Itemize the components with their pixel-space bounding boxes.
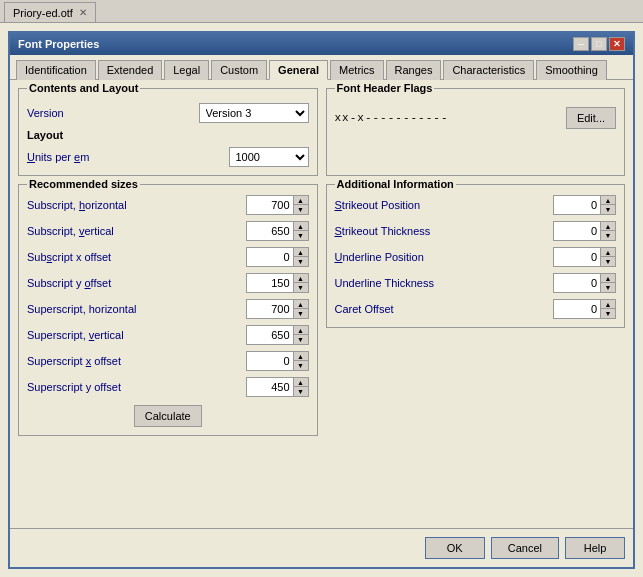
tab-smoothing[interactable]: Smoothing bbox=[536, 60, 607, 80]
contents-layout-label: Contents and Layout bbox=[27, 82, 140, 94]
subscript-x-up[interactable]: ▲ bbox=[294, 248, 308, 257]
subscript-v-up[interactable]: ▲ bbox=[294, 222, 308, 231]
strikeout-thick-spinbox: ▲▼ bbox=[553, 221, 616, 241]
additional-info-label: Additional Information bbox=[335, 178, 456, 190]
dialog-title-bar: Font Properties ─ □ ✕ bbox=[10, 33, 633, 55]
list-item: Strikeout Thickness ▲▼ bbox=[335, 221, 617, 241]
minimize-button[interactable]: ─ bbox=[573, 37, 589, 51]
superscript-h-up[interactable]: ▲ bbox=[294, 300, 308, 309]
superscript-v-input[interactable] bbox=[246, 325, 294, 345]
caret-offset-input[interactable] bbox=[553, 299, 601, 319]
strikeout-thick-up[interactable]: ▲ bbox=[601, 222, 615, 231]
caret-offset-down[interactable]: ▼ bbox=[601, 309, 615, 318]
ok-button[interactable]: OK bbox=[425, 537, 485, 559]
superscript-y-label: Superscript y offset bbox=[27, 381, 121, 393]
underline-pos-label: Underline Position bbox=[335, 251, 424, 263]
version-label: Version bbox=[27, 107, 64, 119]
underline-thick-input[interactable] bbox=[553, 273, 601, 293]
superscript-y-input[interactable] bbox=[246, 377, 294, 397]
subscript-x-input[interactable] bbox=[246, 247, 294, 267]
subscript-h-label: Subscript, horizontal bbox=[27, 199, 127, 211]
underline-pos-input[interactable] bbox=[553, 247, 601, 267]
subscript-v-input[interactable] bbox=[246, 221, 294, 241]
superscript-h-input[interactable] bbox=[246, 299, 294, 319]
tab-bar: Identification Extended Legal Custom Gen… bbox=[10, 55, 633, 80]
additional-info-group: Additional Information Strikeout Positio… bbox=[326, 184, 626, 328]
superscript-v-up[interactable]: ▲ bbox=[294, 326, 308, 335]
additional-info-col: Additional Information Strikeout Positio… bbox=[326, 184, 626, 520]
tab-custom[interactable]: Custom bbox=[211, 60, 267, 80]
tab-general[interactable]: General bbox=[269, 60, 328, 80]
strikeout-pos-up[interactable]: ▲ bbox=[601, 196, 615, 205]
superscript-x-label: Superscript x offset bbox=[27, 355, 121, 367]
tab-characteristics[interactable]: Characteristics bbox=[443, 60, 534, 80]
font-header-label: Font Header Flags bbox=[335, 82, 435, 94]
dialog-title-buttons: ─ □ ✕ bbox=[573, 37, 625, 51]
list-item: Strikeout Position ▲▼ bbox=[335, 195, 617, 215]
version-select[interactable]: Version 3 Version 4 bbox=[199, 103, 309, 123]
file-tab-close-icon[interactable]: ✕ bbox=[79, 7, 87, 18]
strikeout-thick-input[interactable] bbox=[553, 221, 601, 241]
file-tab[interactable]: Priory-ed.otf ✕ bbox=[4, 2, 96, 22]
strikeout-thick-label: Strikeout Thickness bbox=[335, 225, 431, 237]
tab-identification[interactable]: Identification bbox=[16, 60, 96, 80]
recommended-sizes-col: Recommended sizes Subscript, horizontal … bbox=[18, 184, 318, 520]
superscript-v-down[interactable]: ▼ bbox=[294, 335, 308, 344]
units-per-em-select[interactable]: 1000 2048 bbox=[229, 147, 309, 167]
subscript-h-spinbox: ▲▼ bbox=[246, 195, 309, 215]
subscript-y-input[interactable] bbox=[246, 273, 294, 293]
caret-offset-up[interactable]: ▲ bbox=[601, 300, 615, 309]
bottom-section: Recommended sizes Subscript, horizontal … bbox=[18, 184, 625, 520]
superscript-h-label: Superscript, horizontal bbox=[27, 303, 136, 315]
units-per-em-label: Units per em bbox=[27, 151, 89, 163]
edit-flags-button[interactable]: Edit... bbox=[566, 107, 616, 129]
dialog-title-text: Font Properties bbox=[18, 38, 99, 50]
dialog-buttons: OK Cancel Help bbox=[10, 528, 633, 567]
help-button[interactable]: Help bbox=[565, 537, 625, 559]
subscript-h-up[interactable]: ▲ bbox=[294, 196, 308, 205]
strikeout-pos-down[interactable]: ▼ bbox=[601, 205, 615, 214]
calculate-button[interactable]: Calculate bbox=[134, 405, 202, 427]
superscript-y-up[interactable]: ▲ bbox=[294, 378, 308, 387]
tab-legal[interactable]: Legal bbox=[164, 60, 209, 80]
list-item: Superscript, vertical ▲▼ bbox=[27, 325, 309, 345]
superscript-x-up[interactable]: ▲ bbox=[294, 352, 308, 361]
font-properties-dialog: Font Properties ─ □ ✕ Identification Ext… bbox=[8, 31, 635, 569]
recommended-sizes-group: Recommended sizes Subscript, horizontal … bbox=[18, 184, 318, 436]
subscript-h-down[interactable]: ▼ bbox=[294, 205, 308, 214]
underline-pos-spinbox: ▲▼ bbox=[553, 247, 616, 267]
underline-pos-down[interactable]: ▼ bbox=[601, 257, 615, 266]
underline-pos-up[interactable]: ▲ bbox=[601, 248, 615, 257]
tab-content: Contents and Layout Version Version 3 Ve… bbox=[10, 80, 633, 528]
tab-ranges[interactable]: Ranges bbox=[386, 60, 442, 80]
list-item: Subscript x offset ▲▼ bbox=[27, 247, 309, 267]
strikeout-pos-input[interactable] bbox=[553, 195, 601, 215]
subscript-x-label: Subscript x offset bbox=[27, 251, 111, 263]
list-item: Subscript, vertical ▲▼ bbox=[27, 221, 309, 241]
subscript-y-down[interactable]: ▼ bbox=[294, 283, 308, 292]
subscript-y-up[interactable]: ▲ bbox=[294, 274, 308, 283]
subscript-x-down[interactable]: ▼ bbox=[294, 257, 308, 266]
list-item: Superscript, horizontal ▲▼ bbox=[27, 299, 309, 319]
list-item: Subscript, horizontal ▲▼ bbox=[27, 195, 309, 215]
caret-offset-spinbox: ▲▼ bbox=[553, 299, 616, 319]
subscript-x-spinbox: ▲▼ bbox=[246, 247, 309, 267]
tab-metrics[interactable]: Metrics bbox=[330, 60, 383, 80]
restore-button[interactable]: □ bbox=[591, 37, 607, 51]
superscript-y-down[interactable]: ▼ bbox=[294, 387, 308, 396]
subscript-h-input[interactable] bbox=[246, 195, 294, 215]
contents-layout-group: Contents and Layout Version Version 3 Ve… bbox=[18, 88, 318, 176]
superscript-x-down[interactable]: ▼ bbox=[294, 361, 308, 370]
cancel-button[interactable]: Cancel bbox=[491, 537, 559, 559]
list-item: Superscript y offset ▲▼ bbox=[27, 377, 309, 397]
tab-extended[interactable]: Extended bbox=[98, 60, 162, 80]
list-item: Underline Thickness ▲▼ bbox=[335, 273, 617, 293]
strikeout-thick-down[interactable]: ▼ bbox=[601, 231, 615, 240]
superscript-h-down[interactable]: ▼ bbox=[294, 309, 308, 318]
underline-thick-down[interactable]: ▼ bbox=[601, 283, 615, 292]
flags-value: xx-x----------- bbox=[335, 112, 449, 124]
subscript-v-down[interactable]: ▼ bbox=[294, 231, 308, 240]
superscript-x-input[interactable] bbox=[246, 351, 294, 371]
underline-thick-up[interactable]: ▲ bbox=[601, 274, 615, 283]
close-button[interactable]: ✕ bbox=[609, 37, 625, 51]
